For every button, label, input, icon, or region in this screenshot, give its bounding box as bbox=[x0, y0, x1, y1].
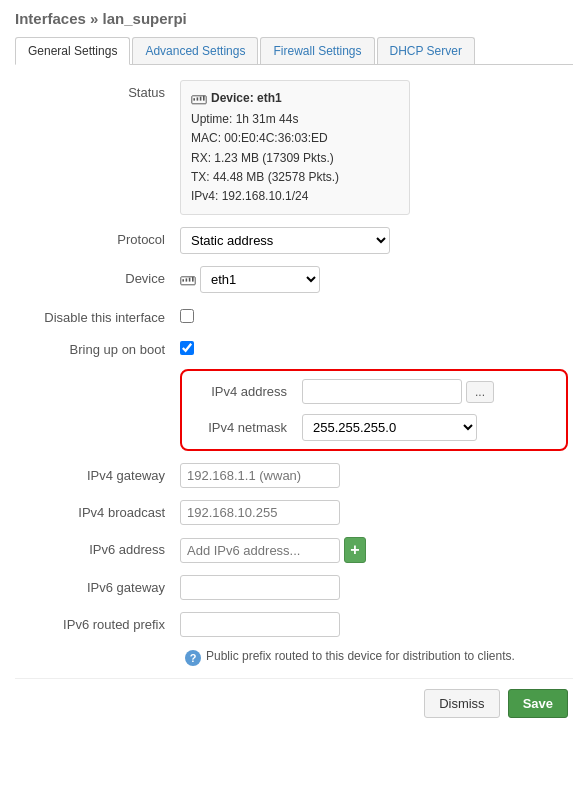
status-rx: RX: 1.23 MB (17309 Pkts.) bbox=[191, 149, 399, 168]
tab-bar: General Settings Advanced Settings Firew… bbox=[15, 37, 573, 65]
ipv6-address-input[interactable] bbox=[180, 538, 340, 563]
status-uptime: Uptime: 1h 31m 44s bbox=[191, 110, 399, 129]
highlight-box: IPv4 address 192.168.10.1 ... IPv4 netma… bbox=[180, 369, 568, 451]
ipv4-broadcast-row: IPv4 broadcast bbox=[15, 500, 573, 525]
bring-up-on-boot-row: Bring up on boot bbox=[15, 337, 573, 357]
ipv4-address-dots-button[interactable]: ... bbox=[466, 381, 494, 403]
ipv6-address-control: + bbox=[180, 537, 568, 563]
ipv4-gateway-row: IPv4 gateway bbox=[15, 463, 573, 488]
ipv6-gateway-label: IPv6 gateway bbox=[20, 575, 180, 595]
help-icon: ? bbox=[185, 650, 201, 666]
ipv4-broadcast-input[interactable] bbox=[180, 500, 340, 525]
status-row: Status Device: eth1 Uptime: 1h 31m 44s bbox=[15, 80, 573, 215]
add-ipv6-button[interactable]: + bbox=[344, 537, 366, 563]
status-label: Status bbox=[20, 80, 180, 100]
ipv6-routed-prefix-label: IPv6 routed prefix bbox=[20, 612, 180, 632]
help-row: ? Public prefix routed to this device fo… bbox=[15, 649, 573, 666]
disable-interface-label: Disable this interface bbox=[20, 305, 180, 325]
ipv4-broadcast-label: IPv4 broadcast bbox=[20, 500, 180, 520]
ipv4-gateway-input[interactable] bbox=[180, 463, 340, 488]
status-device-name: Device: eth1 bbox=[211, 89, 282, 108]
ipv6-gateway-control bbox=[180, 575, 568, 600]
svg-rect-7 bbox=[186, 278, 188, 281]
ipv4-gateway-control bbox=[180, 463, 568, 488]
ipv4-netmask-row: IPv4 netmask 255.255.255.0 255.255.0.0 2… bbox=[192, 414, 556, 441]
tab-firewall-settings[interactable]: Firewall Settings bbox=[260, 37, 374, 64]
dismiss-button[interactable]: Dismiss bbox=[424, 689, 500, 718]
ipv6-address-row: IPv6 address + bbox=[15, 537, 573, 563]
status-mac: MAC: 00:E0:4C:36:03:ED bbox=[191, 129, 399, 148]
ipv6-address-label: IPv6 address bbox=[20, 537, 180, 557]
disable-interface-row: Disable this interface bbox=[15, 305, 573, 325]
tab-general-settings[interactable]: General Settings bbox=[15, 37, 130, 65]
protocol-control: Static address DHCP client PPPoE None bbox=[180, 227, 568, 254]
ipv6-gateway-input[interactable] bbox=[180, 575, 340, 600]
device-select[interactable]: eth1 eth0 wlan0 bbox=[200, 266, 320, 293]
bring-up-checkbox[interactable] bbox=[180, 341, 194, 355]
svg-rect-1 bbox=[193, 98, 195, 100]
ipv4-netmask-label: IPv4 netmask bbox=[192, 420, 302, 435]
ipv4-address-row: IPv4 address 192.168.10.1 ... bbox=[192, 379, 556, 404]
ipv4-gateway-label: IPv4 gateway bbox=[20, 463, 180, 483]
ipv6-routed-prefix-control bbox=[180, 612, 568, 637]
svg-rect-8 bbox=[189, 277, 191, 281]
ipv6-gateway-row: IPv6 gateway bbox=[15, 575, 573, 600]
svg-rect-4 bbox=[203, 95, 205, 100]
device-control: eth1 eth0 wlan0 bbox=[180, 266, 568, 293]
breadcrumb-page: lan_superpi bbox=[103, 10, 187, 27]
ipv4-netmask-control: 255.255.255.0 255.255.0.0 255.0.0.0 bbox=[302, 414, 556, 441]
protocol-row: Protocol Static address DHCP client PPPo… bbox=[15, 227, 573, 254]
ipv4-address-control: 192.168.10.1 ... bbox=[302, 379, 494, 404]
breadcrumb-prefix: Interfaces » bbox=[15, 10, 103, 27]
ipv4-address-label: IPv4 address bbox=[192, 384, 302, 399]
ipv4-address-input[interactable]: 192.168.10.1 bbox=[302, 379, 462, 404]
protocol-select[interactable]: Static address DHCP client PPPoE None bbox=[180, 227, 390, 254]
device-label: Device bbox=[20, 266, 180, 286]
protocol-label: Protocol bbox=[20, 227, 180, 247]
ipv4-netmask-select[interactable]: 255.255.255.0 255.255.0.0 255.0.0.0 bbox=[302, 414, 477, 441]
highlight-section: IPv4 address 192.168.10.1 ... IPv4 netma… bbox=[180, 369, 568, 451]
svg-rect-3 bbox=[200, 96, 202, 100]
breadcrumb: Interfaces » lan_superpi bbox=[15, 10, 573, 27]
form-section: Status Device: eth1 Uptime: 1h 31m 44s bbox=[15, 80, 573, 723]
svg-rect-9 bbox=[192, 276, 194, 281]
ipv4-broadcast-control bbox=[180, 500, 568, 525]
disable-interface-control bbox=[180, 305, 568, 323]
device-row: Device eth1 eth0 wlan0 bbox=[15, 266, 573, 293]
help-text: Public prefix routed to this device for … bbox=[206, 649, 515, 663]
ipv6-routed-prefix-row: IPv6 routed prefix bbox=[15, 612, 573, 637]
network-icon bbox=[191, 93, 207, 105]
status-tx: TX: 44.48 MB (32578 Pkts.) bbox=[191, 168, 399, 187]
save-button[interactable]: Save bbox=[508, 689, 568, 718]
status-ipv4: IPv4: 192.168.10.1/24 bbox=[191, 187, 399, 206]
status-device-line: Device: eth1 bbox=[191, 89, 399, 108]
tab-dhcp-server[interactable]: DHCP Server bbox=[377, 37, 475, 64]
bring-up-control bbox=[180, 337, 568, 355]
device-network-icon bbox=[180, 274, 196, 286]
disable-interface-checkbox[interactable] bbox=[180, 309, 194, 323]
tab-advanced-settings[interactable]: Advanced Settings bbox=[132, 37, 258, 64]
ipv6-routed-prefix-input[interactable] bbox=[180, 612, 340, 637]
svg-rect-6 bbox=[182, 279, 184, 281]
bring-up-label: Bring up on boot bbox=[20, 337, 180, 357]
footer-buttons: Dismiss Save bbox=[15, 678, 573, 723]
svg-rect-2 bbox=[197, 97, 199, 100]
status-box-wrap: Device: eth1 Uptime: 1h 31m 44s MAC: 00:… bbox=[180, 80, 568, 215]
status-box: Device: eth1 Uptime: 1h 31m 44s MAC: 00:… bbox=[180, 80, 410, 215]
